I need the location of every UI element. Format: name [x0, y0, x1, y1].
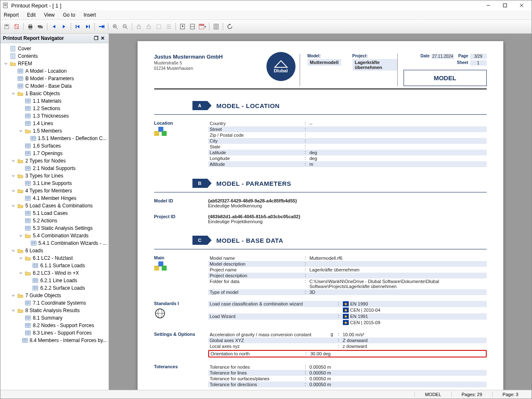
data-row: Tolerance for directions:0.00050 m — [208, 382, 487, 387]
tree-item[interactable]: 3.1 Line Supports — [0, 180, 108, 187]
delete-icon[interactable] — [12, 22, 21, 31]
tree-item[interactable]: Cover — [0, 45, 108, 52]
tree-item[interactable]: 5 Load Cases & Combinations — [0, 202, 108, 209]
page-label: Page — [456, 54, 468, 59]
expand-icon[interactable] — [18, 128, 24, 134]
tree-item[interactable]: 1.3 Thicknesses — [0, 112, 108, 120]
tree-item[interactable]: 5.4.1 Combination Wizards - ... — [0, 239, 108, 247]
menu-view[interactable]: View — [44, 12, 55, 18]
tree-item[interactable]: 8 Static Analysis Results — [0, 307, 108, 314]
project-id-label: Project ID — [154, 214, 208, 224]
tree-item-label: 1.4 Lines — [33, 121, 53, 126]
data-row: Zip / Postal code: — [208, 132, 487, 138]
insert-page-icon[interactable] — [178, 22, 187, 31]
expand-icon[interactable] — [10, 308, 16, 313]
tree-item[interactable]: 3 Types for Lines — [0, 172, 108, 180]
expand-icon[interactable] — [3, 61, 9, 66]
navigator-tree[interactable]: CoverContentsRFEMA Model - LocationB Mod… — [0, 43, 108, 390]
insert-section-icon[interactable] — [188, 22, 197, 31]
tree-item[interactable]: Contents — [0, 52, 108, 60]
tree-item[interactable]: 2.1 Nodal Supports — [0, 165, 108, 172]
next-page-icon[interactable] — [59, 22, 69, 31]
minimize-button[interactable] — [480, 0, 497, 10]
tree-item[interactable]: 1.1 Materials — [0, 97, 108, 105]
tree-item[interactable]: 2 Types for Nodes — [0, 157, 108, 165]
print-all-icon[interactable] — [36, 22, 45, 31]
close-button[interactable] — [513, 0, 530, 10]
tree-item[interactable]: 1.6 Surfaces — [0, 142, 108, 150]
expand-icon[interactable] — [10, 158, 16, 164]
tree-item[interactable]: 8.2 Nodes - Support Forces — [0, 322, 108, 329]
navigator-float-icon[interactable]: ❐ — [93, 35, 99, 41]
tree-item[interactable]: 1 Basic Objects — [0, 90, 108, 97]
tree-item[interactable]: 6.1.1 Surface Loads — [0, 262, 108, 269]
tree-item[interactable]: 5.4 Combination Wizards — [0, 232, 108, 239]
unlock-icon[interactable] — [144, 22, 153, 31]
folder-icon — [25, 255, 31, 261]
tree-item[interactable]: C Model - Base Data — [0, 82, 108, 90]
expand-icon — [25, 285, 31, 291]
tree-item[interactable]: A Model - Location — [0, 67, 108, 75]
tree-item[interactable]: B Model - Parameters — [0, 75, 108, 82]
expand-icon[interactable] — [10, 188, 16, 194]
layout-icon[interactable]: ▾ — [198, 22, 207, 31]
expand-icon[interactable] — [18, 270, 24, 276]
svg-rect-13 — [29, 25, 32, 26]
page-setup-icon[interactable] — [212, 22, 221, 31]
navigator-close-icon[interactable]: ✕ — [99, 35, 106, 41]
tree-item[interactable]: 7 Guide Objects — [0, 292, 108, 299]
report-viewer[interactable]: Justus Mustermann GmbH Musterstraße 5 01… — [109, 34, 532, 390]
menu-insert[interactable]: Insert — [84, 12, 96, 18]
tree-item[interactable]: 4 Types for Members — [0, 187, 108, 195]
expand-icon[interactable] — [10, 203, 16, 209]
goto-icon[interactable] — [97, 22, 106, 31]
tree-item[interactable]: 6.2 LC3 - Wind in +X — [0, 269, 108, 277]
save-icon[interactable] — [2, 22, 11, 31]
tree-item[interactable]: 1.2 Sections — [0, 105, 108, 112]
zoom-out-icon[interactable] — [121, 22, 130, 31]
tree-item[interactable]: 6.2.1 Line Loads — [0, 277, 108, 284]
tree-item[interactable]: RFEM — [0, 60, 108, 67]
zoom-in-icon[interactable] — [111, 22, 120, 31]
tree-item[interactable]: 5.1 Load Cases — [0, 209, 108, 217]
menu-edit[interactable]: Edit — [27, 12, 36, 18]
tree-item[interactable]: 6.1 LC2 - Nutzlast — [0, 254, 108, 262]
tree-item[interactable]: 8.3 Lines - Support Forces — [0, 329, 108, 337]
menu-report[interactable]: Report — [4, 12, 19, 18]
svg-rect-133 — [25, 226, 30, 230]
list-icon[interactable] — [164, 22, 173, 31]
prev-page-icon[interactable] — [49, 22, 59, 31]
expand-icon[interactable] — [18, 255, 24, 261]
maximize-button[interactable] — [497, 0, 513, 10]
tree-item[interactable]: 5.3 Static Analysis Settings — [0, 224, 108, 232]
table-icon — [17, 75, 24, 82]
expand-icon[interactable] — [18, 233, 24, 239]
tree-item[interactable]: 1.5 Members — [0, 127, 108, 135]
svg-line-27 — [116, 27, 118, 29]
tree-item[interactable]: 1.5.1 Members - Deflection C... — [0, 135, 108, 142]
expand-icon — [18, 150, 24, 156]
tree-item[interactable]: 7.1 Coordinate Systems — [0, 299, 108, 307]
tree-item[interactable]: 6.2.2 Surface Loads — [0, 284, 108, 292]
first-page-icon[interactable] — [73, 22, 82, 31]
refresh-icon[interactable] — [225, 22, 234, 31]
selection-icon[interactable] — [154, 22, 163, 31]
tree-item[interactable]: 1.7 Openings — [0, 150, 108, 157]
tree-item[interactable]: 1.4 Lines — [0, 120, 108, 127]
expand-icon[interactable] — [10, 248, 16, 254]
lock-icon[interactable] — [134, 22, 143, 31]
svg-rect-153 — [33, 286, 38, 290]
tree-item[interactable]: 4.1 Member Hinges — [0, 195, 108, 202]
expand-icon[interactable] — [10, 173, 16, 179]
expand-icon[interactable] — [10, 293, 16, 298]
menu-goto[interactable]: Go to — [63, 12, 75, 18]
last-page-icon[interactable] — [83, 22, 92, 31]
tree-item[interactable]: 8.4 Members - Internal Forces by... — [0, 337, 108, 344]
tree-item[interactable]: 8.1 Summary — [0, 314, 108, 322]
firm-street: Musterstraße 5 — [154, 61, 262, 65]
table-icon — [25, 105, 31, 112]
expand-icon[interactable] — [10, 91, 16, 96]
tree-item[interactable]: 5.2 Actions — [0, 217, 108, 224]
print-icon[interactable] — [26, 22, 35, 31]
tree-item[interactable]: 6 Loads — [0, 247, 108, 254]
